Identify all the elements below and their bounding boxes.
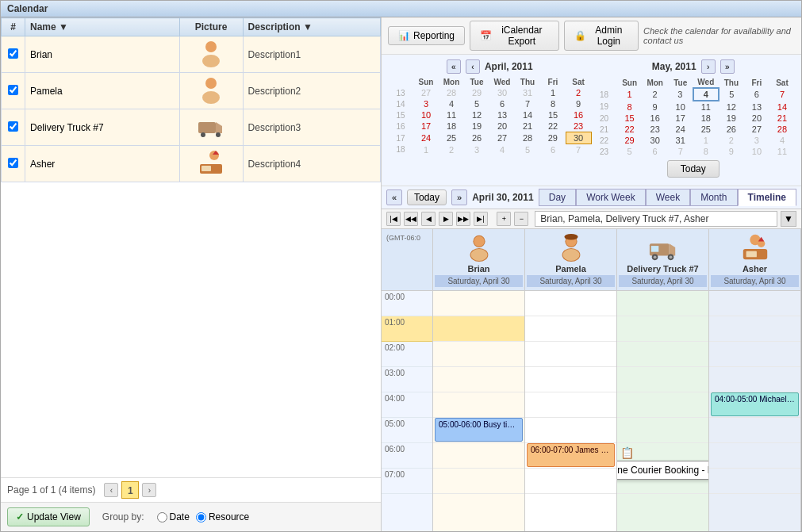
cal-day[interactable]: 8 <box>617 101 643 113</box>
cal-day[interactable]: 7 <box>566 144 591 156</box>
cal-day[interactable]: 9 <box>566 98 591 109</box>
cal-day[interactable]: 28 <box>515 132 540 144</box>
next-nav-btn[interactable]: » <box>451 189 467 205</box>
slot-row[interactable] <box>709 469 800 494</box>
slot-row[interactable] <box>525 342 616 367</box>
icalendar-button[interactable]: 📅 iCalendar Export <box>470 21 559 51</box>
slot-row[interactable] <box>709 316 800 342</box>
cal-day[interactable]: 9 <box>719 146 744 157</box>
cal-day[interactable]: 3 <box>464 144 489 156</box>
cal-day[interactable]: 17 <box>668 113 693 124</box>
cal-day[interactable]: 22 <box>540 121 566 132</box>
cal-day[interactable]: 26 <box>719 124 744 135</box>
slot-row[interactable] <box>525 316 616 342</box>
cal-day[interactable]: 4 <box>693 88 719 101</box>
cal-day[interactable]: 4 <box>489 144 515 156</box>
cal-day[interactable]: 5 <box>464 98 489 109</box>
cal-day[interactable]: 11 <box>693 101 719 113</box>
group-date-radio[interactable]: Date <box>157 511 190 522</box>
cal-day[interactable]: 5 <box>515 144 540 156</box>
cal-day[interactable]: 27 <box>489 132 515 144</box>
cal-day[interactable]: 6 <box>540 144 566 156</box>
slot-row[interactable] <box>433 342 524 367</box>
cal-day[interactable]: 16 <box>566 109 591 121</box>
cal-day[interactable]: 1 <box>413 144 439 156</box>
cal-day[interactable]: 29 <box>464 87 489 98</box>
slot-row[interactable] <box>525 418 616 443</box>
next-page-btn[interactable]: › <box>142 483 156 497</box>
may-next-btn[interactable]: › <box>701 59 716 74</box>
cal-day[interactable]: 19 <box>464 121 489 132</box>
slot-row[interactable] <box>709 443 800 469</box>
group-resource-radio[interactable]: Resource <box>196 511 249 522</box>
tl-next2-btn[interactable]: ▶▶ <box>456 212 470 226</box>
cal-day[interactable]: 10 <box>413 109 439 121</box>
cal-day[interactable]: 19 <box>719 113 744 124</box>
today-button[interactable]: Today <box>667 160 719 178</box>
update-view-button[interactable]: ✓ Update View <box>7 507 90 526</box>
cal-day[interactable]: 28 <box>439 87 464 98</box>
cal-day[interactable]: 5 <box>617 146 643 157</box>
slot-row[interactable] <box>709 418 800 443</box>
slot-row[interactable] <box>525 469 616 494</box>
tab-day[interactable]: Day <box>539 189 576 206</box>
asher-event-1[interactable]: 04:00-05:00 Michael S. (Busy time) <box>711 392 799 416</box>
group-resource-input[interactable] <box>196 512 206 522</box>
cal-day[interactable]: 30 <box>489 87 515 98</box>
cal-day[interactable]: 1 <box>540 87 566 98</box>
tl-add-btn[interactable]: + <box>497 212 511 226</box>
tl-last-btn[interactable]: ▶| <box>474 212 488 226</box>
cal-day[interactable]: 3 <box>413 98 439 109</box>
slot-row[interactable] <box>617 367 708 392</box>
cal-day[interactable]: 12 <box>719 101 744 113</box>
slot-row[interactable] <box>709 367 800 392</box>
brian-event-1[interactable]: 05:00-06:00 Busy time, Richard M. <box>435 418 523 442</box>
cal-day[interactable]: 1 <box>617 88 643 101</box>
april-prev-btn[interactable]: « <box>447 59 461 74</box>
april-prev2-btn[interactable]: ‹ <box>466 59 480 74</box>
cal-day[interactable]: 3 <box>668 88 693 101</box>
cal-day[interactable]: 18 <box>439 121 464 132</box>
cal-day[interactable]: 6 <box>489 98 515 109</box>
resource-checkbox-0[interactable] <box>8 48 18 59</box>
cal-day[interactable]: 2 <box>643 88 668 101</box>
admin-login-button[interactable]: 🔒 Admin Login <box>564 21 639 51</box>
slot-row[interactable] <box>709 291 800 316</box>
today-nav-button[interactable]: Today <box>407 189 447 205</box>
slot-row[interactable] <box>433 392 524 418</box>
cal-day[interactable]: 8 <box>540 98 566 109</box>
cal-day[interactable]: 5 <box>719 88 744 101</box>
resource-checkbox-1[interactable] <box>8 85 18 95</box>
slot-row[interactable] <box>709 342 800 367</box>
slot-row[interactable] <box>433 316 524 342</box>
tab-timeline[interactable]: Timeline <box>738 189 796 206</box>
cal-day[interactable]: 23 <box>643 124 668 135</box>
slot-row[interactable] <box>433 443 524 469</box>
slot-row[interactable] <box>525 291 616 316</box>
cal-day[interactable]: 28 <box>769 124 795 135</box>
cal-day[interactable]: 20 <box>489 121 515 132</box>
cal-day[interactable]: 2 <box>439 144 464 156</box>
cal-day[interactable]: 3 <box>744 135 769 146</box>
cal-day[interactable]: 16 <box>643 113 668 124</box>
slot-row[interactable] <box>525 367 616 392</box>
cal-day[interactable]: 29 <box>617 135 643 146</box>
tab-month[interactable]: Month <box>690 189 737 206</box>
cal-day[interactable]: 20 <box>744 113 769 124</box>
tl-remove-btn[interactable]: − <box>514 212 528 226</box>
tl-prev-btn[interactable]: ◀ <box>421 212 436 226</box>
cal-day[interactable]: 15 <box>617 113 643 124</box>
pamela-event-1[interactable]: 06:00-07:00 James D. (Busy time) <box>527 443 615 467</box>
cal-day[interactable]: 11 <box>769 146 795 157</box>
slot-row[interactable] <box>433 367 524 392</box>
cal-day[interactable]: 7 <box>769 88 795 101</box>
cal-day[interactable]: 31 <box>668 135 693 146</box>
cal-day[interactable]: 17 <box>413 121 439 132</box>
cal-day[interactable]: 2 <box>566 87 591 98</box>
cal-day[interactable]: 23 <box>566 121 591 132</box>
cal-day[interactable]: 15 <box>540 109 566 121</box>
tab-week[interactable]: Week <box>646 189 690 206</box>
cal-day[interactable]: 10 <box>668 101 693 113</box>
cal-day[interactable]: 12 <box>464 109 489 121</box>
cal-day[interactable]: 31 <box>515 87 540 98</box>
